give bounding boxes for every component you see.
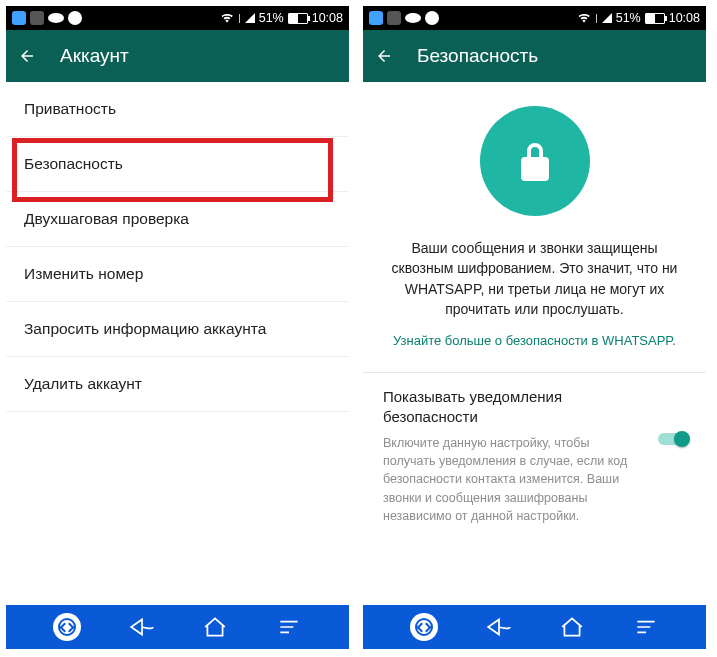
- clock: 10:08: [669, 11, 700, 25]
- battery-icon: [645, 13, 665, 24]
- app-tray-icon-1: [369, 11, 383, 25]
- notifications-toggle[interactable]: [658, 431, 690, 445]
- wifi-icon: [220, 11, 234, 25]
- setting-title: Показывать уведомления безопасности: [383, 387, 686, 426]
- recent-nav-icon[interactable]: [276, 614, 302, 640]
- sim-signal-icon-2: [245, 13, 255, 23]
- sim-signal-icon-2: [602, 13, 612, 23]
- home-nav-icon[interactable]: [559, 614, 585, 640]
- eye-icon: [48, 13, 64, 23]
- page-title: Аккаунт: [60, 45, 129, 67]
- eye-icon: [405, 13, 421, 23]
- app-tray-icon-1: [12, 11, 26, 25]
- app-tray-icon-2: [30, 11, 44, 25]
- list-item-security[interactable]: Безопасность: [6, 137, 349, 192]
- battery-icon: [288, 13, 308, 24]
- recent-nav-icon[interactable]: [633, 614, 659, 640]
- list-item-request-info[interactable]: Запросить информацию аккаунта: [6, 302, 349, 357]
- list-item-delete-account[interactable]: Удалить аккаунт: [6, 357, 349, 412]
- security-content: Ваши сообщения и звонки защищены сквозны…: [363, 82, 706, 605]
- sim-signal-icon-1: |: [595, 13, 597, 23]
- teamviewer-icon: [425, 11, 439, 25]
- encryption-description: Ваши сообщения и звонки защищены сквозны…: [385, 238, 684, 319]
- list-item-privacy[interactable]: Приватность: [6, 82, 349, 137]
- phone-right: | 51% 10:08 Безопасность Ваши сообщения …: [363, 6, 706, 649]
- teamviewer-icon: [68, 11, 82, 25]
- status-bar: | 51% 10:08: [6, 6, 349, 30]
- wifi-icon: [577, 11, 591, 25]
- lock-circle-icon: [480, 106, 590, 216]
- back-arrow-icon[interactable]: [375, 47, 393, 65]
- home-nav-icon[interactable]: [202, 614, 228, 640]
- teamviewer-nav-icon[interactable]: [53, 613, 81, 641]
- page-title: Безопасность: [417, 45, 538, 67]
- status-bar: | 51% 10:08: [363, 6, 706, 30]
- account-list: Приватность Безопасность Двухшаговая про…: [6, 82, 349, 605]
- list-item-change-number[interactable]: Изменить номер: [6, 247, 349, 302]
- setting-subtitle: Включите данную настройку, чтобы получат…: [383, 434, 686, 525]
- app-header: Аккаунт: [6, 30, 349, 82]
- back-nav-icon[interactable]: [486, 614, 512, 640]
- app-header: Безопасность: [363, 30, 706, 82]
- security-notifications-setting[interactable]: Показывать уведомления безопасности Вклю…: [363, 373, 706, 525]
- back-arrow-icon[interactable]: [18, 47, 36, 65]
- battery-percent: 51%: [616, 11, 641, 25]
- clock: 10:08: [312, 11, 343, 25]
- learn-more-link[interactable]: Узнайте больше о безопасности в WHATSAPP…: [385, 333, 684, 348]
- phone-left: | 51% 10:08 Аккаунт Приватность Безопасн…: [6, 6, 349, 649]
- teamviewer-nav-icon[interactable]: [410, 613, 438, 641]
- nav-bar: [6, 605, 349, 649]
- lock-icon: [511, 137, 559, 185]
- battery-percent: 51%: [259, 11, 284, 25]
- nav-bar: [363, 605, 706, 649]
- app-tray-icon-2: [387, 11, 401, 25]
- sim-signal-icon-1: |: [238, 13, 240, 23]
- back-nav-icon[interactable]: [129, 614, 155, 640]
- list-item-two-step[interactable]: Двухшаговая проверка: [6, 192, 349, 247]
